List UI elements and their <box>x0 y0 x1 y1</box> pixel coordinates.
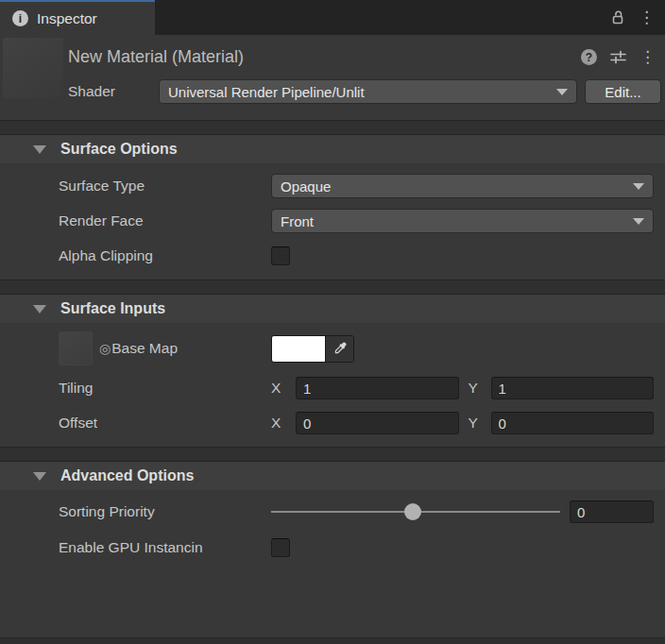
chevron-down-icon <box>633 218 644 225</box>
section-header-advanced-options[interactable]: Advanced Options <box>0 462 665 490</box>
offset-y-field[interactable] <box>491 412 655 434</box>
gpu-instancing-checkbox[interactable] <box>271 538 290 557</box>
sorting-priority-slider[interactable] <box>271 500 560 524</box>
tiling-label: Tiling <box>59 380 271 397</box>
material-title-row: New Material (Material) ? ⋮ <box>0 35 665 67</box>
surface-type-dropdown[interactable]: Opaque <box>271 174 654 198</box>
offset-x-label: X <box>271 415 296 432</box>
object-picker-icon[interactable]: ◎ <box>99 341 111 356</box>
tab-bar-actions: ⋮ <box>609 0 665 35</box>
eyedropper-button[interactable] <box>325 336 353 362</box>
unlock-icon[interactable] <box>609 9 625 25</box>
base-map-color-control <box>271 335 354 363</box>
alpha-clipping-checkbox[interactable] <box>271 246 290 265</box>
section-divider <box>0 447 665 462</box>
base-map-color-swatch[interactable] <box>272 336 325 362</box>
section-divider <box>0 280 665 295</box>
section-divider <box>0 120 665 135</box>
info-icon: i <box>12 10 28 26</box>
help-icon[interactable]: ? <box>581 49 597 65</box>
material-preview-thumbnail[interactable] <box>3 38 63 98</box>
sorting-priority-slider-knob[interactable] <box>404 503 421 520</box>
surface-type-value: Opaque <box>281 178 331 195</box>
base-map-texture-slot[interactable] <box>59 331 93 365</box>
sorting-priority-field[interactable] <box>570 500 654 523</box>
render-face-dropdown[interactable]: Front <box>271 209 654 233</box>
gpu-instancing-row: Enable GPU Instancin <box>0 535 665 560</box>
edit-shader-button[interactable]: Edit... <box>585 79 661 104</box>
section-header-surface-options[interactable]: Surface Options <box>0 135 665 163</box>
surface-type-row: Surface Type Opaque <box>0 174 665 198</box>
section-title: Surface Inputs <box>60 300 165 317</box>
alpha-clipping-label: Alpha Clipping <box>59 247 271 264</box>
base-map-row: ◎ Base Map <box>0 330 665 366</box>
tab-bar: i Inspector ⋮ <box>0 0 665 35</box>
offset-row: Offset X Y <box>0 411 665 435</box>
tiling-x-field[interactable] <box>296 377 459 399</box>
alpha-clipping-row: Alpha Clipping <box>0 244 665 268</box>
foldout-triangle-icon[interactable] <box>33 305 46 314</box>
surface-type-label: Surface Type <box>59 178 271 195</box>
offset-x-field[interactable] <box>296 412 459 434</box>
sorting-priority-label: Sorting Priority <box>59 503 271 520</box>
tiling-y-field[interactable] <box>491 377 655 399</box>
offset-y-label: Y <box>469 415 491 432</box>
section-title: Surface Options <box>60 141 178 158</box>
tiling-x-label: X <box>271 380 296 397</box>
tiling-y-label: Y <box>469 380 491 397</box>
shader-dropdown[interactable]: Universal Render Pipeline/Unlit <box>159 79 577 104</box>
presets-icon[interactable] <box>609 49 627 65</box>
tab-inspector-label: Inspector <box>37 10 97 27</box>
tab-menu-icon[interactable]: ⋮ <box>639 9 655 25</box>
chevron-down-icon <box>556 89 568 95</box>
eyedropper-icon <box>333 342 347 355</box>
gpu-instancing-label: Enable GPU Instancin <box>59 539 271 556</box>
render-face-value: Front <box>281 213 314 229</box>
material-header: New Material (Material) ? ⋮ Shader Unive… <box>0 35 665 120</box>
window-bottom-edge <box>0 637 665 644</box>
tiling-row: Tiling X Y <box>0 376 665 400</box>
shader-row: Shader Universal Render Pipeline/Unlit E… <box>0 79 665 104</box>
section-title: Advanced Options <box>60 467 194 484</box>
material-menu-icon[interactable]: ⋮ <box>639 49 656 65</box>
offset-label: Offset <box>59 415 271 432</box>
render-face-row: Render Face Front <box>0 209 665 233</box>
sorting-priority-row: Sorting Priority <box>0 500 665 524</box>
surface-options-body: Surface Type Opaque Render Face Front Al… <box>0 174 665 280</box>
base-map-label: Base Map <box>111 340 178 357</box>
shader-label: Shader <box>68 83 159 100</box>
advanced-options-body: Sorting Priority Enable GPU Instancin <box>0 500 665 560</box>
foldout-triangle-icon[interactable] <box>33 145 46 154</box>
section-header-surface-inputs[interactable]: Surface Inputs <box>0 295 665 323</box>
render-face-label: Render Face <box>59 212 271 229</box>
surface-inputs-body: ◎ Base Map Tiling X Y Offset X <box>0 330 665 447</box>
tab-inspector[interactable]: i Inspector <box>0 0 155 35</box>
chevron-down-icon <box>633 183 644 190</box>
material-title: New Material (Material) <box>68 47 569 67</box>
foldout-triangle-icon[interactable] <box>33 472 46 481</box>
shader-dropdown-value: Universal Render Pipeline/Unlit <box>168 84 365 100</box>
